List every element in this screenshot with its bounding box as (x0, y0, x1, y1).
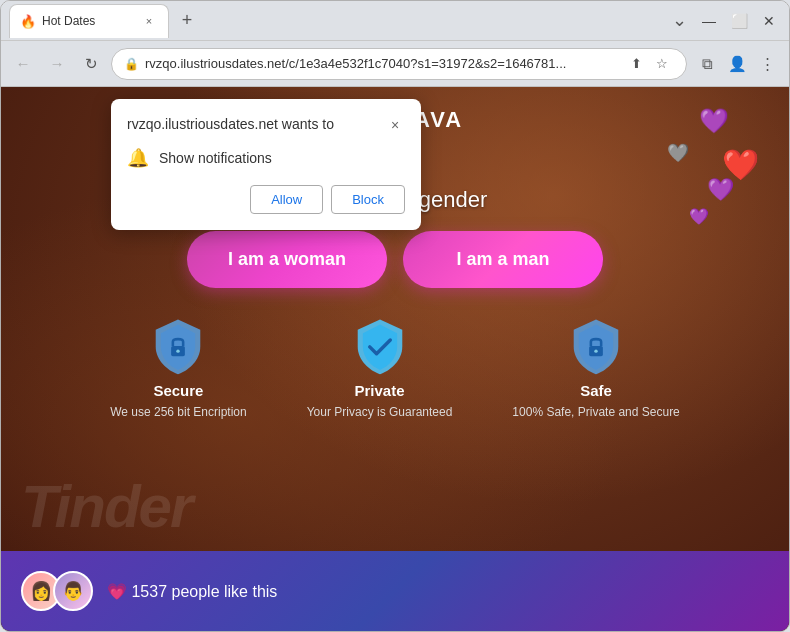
man-button[interactable]: I am a man (403, 231, 603, 288)
lock-icon: 🔒 (124, 57, 139, 71)
split-view-icon[interactable]: ⧉ (693, 50, 721, 78)
browser-tab[interactable]: 🔥 Hot Dates × (9, 4, 169, 38)
woman-button[interactable]: I am a woman (187, 231, 387, 288)
nav-bar: ← → ↻ 🔒 rvzqo.ilustriousdates.net/c/1e3a… (1, 41, 789, 87)
secure-shield-icon (148, 316, 208, 376)
popup-header: rvzqo.ilustriousdates.net wants to × (127, 115, 405, 135)
back-icon: ← (16, 55, 31, 72)
browser-window: 🔥 Hot Dates × + ⌄ — ⬜ ✕ ← → ↻ 🔒 rvzqo.il… (0, 0, 790, 632)
tab-bar: 🔥 Hot Dates × + (9, 4, 668, 38)
maximize-button[interactable]: ⬜ (727, 9, 751, 33)
heart-like-icon: 💗 (107, 583, 127, 600)
minimize-button[interactable]: — (697, 9, 721, 33)
notification-popup: rvzqo.ilustriousdates.net wants to × 🔔 S… (111, 99, 421, 230)
bell-icon: 🔔 (127, 147, 149, 169)
svg-point-3 (594, 349, 597, 352)
secure-desc: We use 256 bit Encription (110, 405, 247, 419)
safe-title: Safe (580, 382, 612, 399)
bottom-banner: 👩 👨 💗 1537 people like this (1, 551, 789, 631)
chevron-down-icon: ⌄ (672, 9, 687, 33)
like-label: people like this (172, 583, 278, 600)
address-bar[interactable]: 🔒 rvzqo.ilustriousdates.net/c/1e3a4e532f… (111, 48, 687, 80)
notification-row: 🔔 Show notifications (127, 147, 405, 169)
address-text: rvzqo.ilustriousdates.net/c/1e3a4e532f1c… (145, 56, 618, 71)
menu-icon[interactable]: ⋮ (753, 50, 781, 78)
avatar-2: 👨 (53, 571, 93, 611)
bookmark-icon[interactable]: ☆ (650, 52, 674, 76)
title-bar: 🔥 Hot Dates × + ⌄ — ⬜ ✕ (1, 1, 789, 41)
avatar-group: 👩 👨 (21, 571, 93, 611)
safe-desc: 100% Safe, Private and Secure (512, 405, 679, 419)
close-button[interactable]: ✕ (757, 9, 781, 33)
forward-icon: → (50, 55, 65, 72)
trust-badges: Secure We use 256 bit Encription Private… (110, 316, 680, 419)
profile-icon[interactable]: 👤 (723, 50, 751, 78)
notification-label: Show notifications (159, 150, 272, 166)
popup-title: rvzqo.ilustriousdates.net wants to (127, 115, 334, 135)
like-text: 💗 1537 people like this (107, 582, 277, 601)
private-desc: Your Privacy is Guaranteed (307, 405, 453, 419)
forward-button[interactable]: → (43, 50, 71, 78)
gender-buttons: I am a woman I am a man (187, 231, 603, 288)
private-shield-icon (350, 316, 410, 376)
allow-button[interactable]: Allow (250, 185, 323, 214)
secure-badge: Secure We use 256 bit Encription (110, 316, 247, 419)
private-badge: Private Your Privacy is Guaranteed (307, 316, 453, 419)
block-button[interactable]: Block (331, 185, 405, 214)
tab-title: Hot Dates (42, 14, 134, 28)
new-tab-button[interactable]: + (173, 7, 201, 35)
tab-favicon: 🔥 (20, 14, 36, 29)
private-title: Private (355, 382, 405, 399)
share-icon[interactable]: ⬆ (624, 52, 648, 76)
svg-point-1 (177, 349, 180, 352)
address-actions: ⬆ ☆ (624, 52, 674, 76)
window-controls: ⌄ — ⬜ ✕ (672, 9, 781, 33)
reload-icon: ↻ (85, 55, 98, 73)
popup-close-button[interactable]: × (385, 115, 405, 135)
popup-buttons: Allow Block (127, 185, 405, 214)
safe-shield-icon (566, 316, 626, 376)
nav-right-controls: ⧉ 👤 ⋮ (693, 50, 781, 78)
reload-button[interactable]: ↻ (77, 50, 105, 78)
back-button[interactable]: ← (9, 50, 37, 78)
like-count: 1537 (131, 583, 167, 600)
tab-close-button[interactable]: × (140, 12, 158, 30)
page-content: Tinder LABUNAVA 💜 🩶 💜 ❤️ 💜 rvzqo.ilustri… (1, 87, 789, 631)
heart-icon-2: 🩶 (667, 142, 689, 164)
safe-badge: Safe 100% Safe, Private and Secure (512, 316, 679, 419)
heart-icon-1: 💜 (699, 107, 729, 135)
secure-title: Secure (153, 382, 203, 399)
